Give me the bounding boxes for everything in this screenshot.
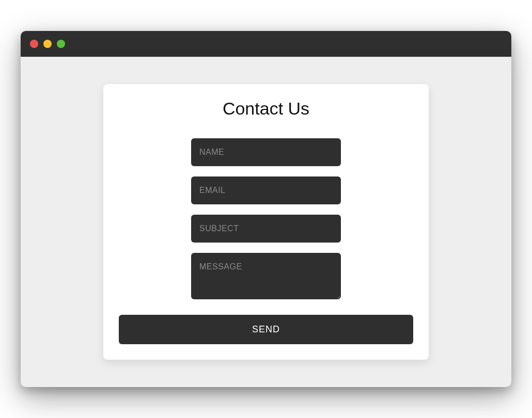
contact-card: Contact Us SEND xyxy=(103,84,429,360)
email-input[interactable] xyxy=(191,176,341,204)
send-button[interactable]: SEND xyxy=(119,315,413,344)
subject-input[interactable] xyxy=(191,215,341,243)
name-input[interactable] xyxy=(191,138,341,166)
minimize-icon[interactable] xyxy=(43,40,52,48)
browser-body: Contact Us SEND xyxy=(21,57,511,387)
zoom-icon[interactable] xyxy=(57,40,65,48)
browser-window: Contact Us SEND xyxy=(21,31,511,387)
titlebar xyxy=(21,31,511,57)
close-icon[interactable] xyxy=(30,40,38,48)
message-input[interactable] xyxy=(191,253,341,299)
page-title: Contact Us xyxy=(119,99,413,119)
form-fields xyxy=(119,138,413,299)
